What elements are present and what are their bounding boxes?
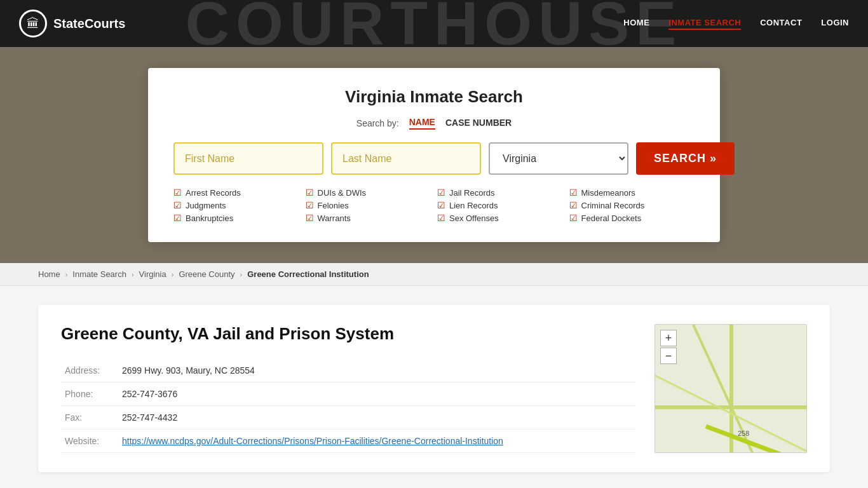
address-value: 2699 Hwy. 903, Maury, NC 28554 bbox=[118, 359, 635, 383]
fax-row: Fax: 252-747-4432 bbox=[61, 406, 635, 430]
first-name-input[interactable] bbox=[173, 142, 323, 175]
checklist-bankruptcies: ☑ Bankruptcies bbox=[173, 213, 299, 223]
checklist-label-jail: Jail Records bbox=[449, 188, 495, 198]
breadcrumb-sep-4: › bbox=[240, 271, 243, 278]
svg-text:258: 258 bbox=[738, 430, 749, 437]
facility-info: Greene County, VA Jail and Prison System… bbox=[61, 324, 635, 453]
breadcrumb-virginia[interactable]: Virginia bbox=[139, 269, 166, 279]
state-select[interactable]: Virginia Alabama Alaska Arizona Arkansas… bbox=[489, 142, 628, 175]
checklist-arrest-records: ☑ Arrest Records bbox=[173, 187, 299, 198]
check-icon-sex-offenses: ☑ bbox=[437, 213, 445, 223]
checklist-label-arrest: Arrest Records bbox=[186, 188, 241, 198]
facility-card: Greene County, VA Jail and Prison System… bbox=[38, 305, 830, 472]
search-box: Virginia Inmate Search Search by: NAME C… bbox=[148, 68, 720, 242]
checklist-judgments: ☑ Judgments bbox=[173, 200, 299, 210]
search-fields: Virginia Alabama Alaska Arizona Arkansas… bbox=[173, 142, 695, 175]
nav-inmate-search[interactable]: INMATE SEARCH bbox=[668, 18, 741, 30]
nav-contact[interactable]: CONTACT bbox=[760, 18, 802, 30]
nav-home[interactable]: HOME bbox=[623, 18, 649, 30]
website-row: Website: https://www.ncdps.gov/Adult-Cor… bbox=[61, 430, 635, 453]
check-icon-arrest: ☑ bbox=[173, 187, 182, 198]
breadcrumb-sep-2: › bbox=[132, 271, 134, 278]
checklist-jail-records: ☑ Jail Records bbox=[437, 187, 563, 198]
checklist-lien-records: ☑ Lien Records bbox=[437, 200, 563, 210]
facility-info-table: Address: 2699 Hwy. 903, Maury, NC 28554 … bbox=[61, 359, 635, 453]
search-by-label: Search by: bbox=[356, 118, 399, 128]
check-icon-warrants: ☑ bbox=[306, 213, 314, 223]
check-icon-criminal: ☑ bbox=[569, 200, 578, 210]
logo[interactable]: 🏛 StateCourts bbox=[19, 10, 125, 37]
check-icon-judgments: ☑ bbox=[173, 200, 182, 210]
main-content: Greene County, VA Jail and Prison System… bbox=[0, 286, 868, 488]
breadcrumb-sep-3: › bbox=[172, 271, 174, 278]
website-label: Website: bbox=[61, 430, 118, 453]
check-icon-duis: ☑ bbox=[306, 187, 314, 198]
checklist-sex-offenses: ☑ Sex Offenses bbox=[437, 213, 563, 223]
address-row: Address: 2699 Hwy. 903, Maury, NC 28554 bbox=[61, 359, 635, 383]
breadcrumb-current: Greene Correctional Institution bbox=[247, 269, 369, 279]
facility-title: Greene County, VA Jail and Prison System bbox=[61, 324, 635, 344]
checklist-label-criminal: Criminal Records bbox=[581, 201, 645, 210]
checklist-label-federal: Federal Dockets bbox=[581, 214, 642, 223]
phone-row: Phone: 252-747-3676 bbox=[61, 383, 635, 406]
breadcrumb-home[interactable]: Home bbox=[38, 269, 60, 279]
nav-login[interactable]: LOGIN bbox=[821, 18, 849, 30]
checklist-criminal-records: ☑ Criminal Records bbox=[569, 200, 695, 210]
checklist-label-bankruptcies: Bankruptcies bbox=[186, 214, 233, 223]
checklist-label-duis: DUIs & DWIs bbox=[318, 188, 367, 198]
checklist-label-warrants: Warrants bbox=[318, 214, 351, 223]
map-zoom-out[interactable]: − bbox=[660, 348, 677, 364]
tab-name[interactable]: NAME bbox=[409, 117, 435, 130]
logo-text: StateCourts bbox=[53, 17, 125, 31]
phone-value: 252-747-3676 bbox=[118, 383, 635, 406]
checklist-label-sex-offenses: Sex Offenses bbox=[449, 214, 499, 223]
breadcrumb-inmate-search[interactable]: Inmate Search bbox=[72, 269, 126, 279]
breadcrumb-sep-1: › bbox=[65, 271, 68, 278]
search-button[interactable]: SEARCH » bbox=[636, 142, 735, 175]
checklist-label-lien: Lien Records bbox=[449, 201, 498, 210]
tab-case-number[interactable]: CASE NUMBER bbox=[445, 118, 512, 129]
map-container: + − 258 bbox=[654, 324, 807, 453]
website-value: https://www.ncdps.gov/Adult-Corrections/… bbox=[118, 430, 635, 453]
site-header: COURTHOUSE 🏛 StateCourts HOME INMATE SEA… bbox=[0, 0, 868, 47]
map-svg: 258 bbox=[655, 325, 807, 453]
check-icon-misdemeanors: ☑ bbox=[569, 187, 578, 198]
check-icon-felonies: ☑ bbox=[306, 200, 314, 210]
check-icon-bankruptcies: ☑ bbox=[173, 213, 182, 223]
checklist-felonies: ☑ Felonies bbox=[306, 200, 431, 210]
checklist-label-judgments: Judgments bbox=[186, 201, 226, 210]
checklist-label-felonies: Felonies bbox=[318, 201, 349, 210]
breadcrumb-greene-county[interactable]: Greene County bbox=[179, 269, 234, 279]
checklist-misdemeanors: ☑ Misdemeanors bbox=[569, 187, 695, 198]
search-title: Virginia Inmate Search bbox=[173, 87, 695, 107]
phone-label: Phone: bbox=[61, 383, 118, 406]
check-icon-lien: ☑ bbox=[437, 200, 445, 210]
logo-icon: 🏛 bbox=[19, 10, 47, 37]
map-zoom-in[interactable]: + bbox=[660, 330, 677, 346]
hero-section: Virginia Inmate Search Search by: NAME C… bbox=[0, 47, 868, 263]
address-label: Address: bbox=[61, 359, 118, 383]
main-nav: HOME INMATE SEARCH CONTACT LOGIN bbox=[623, 18, 849, 30]
checklist-label-misdemeanors: Misdemeanors bbox=[581, 188, 635, 198]
fax-value: 252-747-4432 bbox=[118, 406, 635, 430]
breadcrumb: Home › Inmate Search › Virginia › Greene… bbox=[0, 263, 868, 286]
check-icon-jail: ☑ bbox=[437, 187, 445, 198]
map-controls: + − bbox=[660, 330, 677, 364]
last-name-input[interactable] bbox=[331, 142, 481, 175]
checklist-federal-dockets: ☑ Federal Dockets bbox=[569, 213, 695, 223]
checklist: ☑ Arrest Records ☑ DUIs & DWIs ☑ Jail Re… bbox=[173, 187, 695, 223]
fax-label: Fax: bbox=[61, 406, 118, 430]
checklist-duis: ☑ DUIs & DWIs bbox=[306, 187, 431, 198]
check-icon-federal: ☑ bbox=[569, 213, 578, 223]
checklist-warrants: ☑ Warrants bbox=[306, 213, 431, 223]
website-link[interactable]: https://www.ncdps.gov/Adult-Corrections/… bbox=[122, 436, 503, 446]
search-by-row: Search by: NAME CASE NUMBER bbox=[173, 117, 695, 130]
